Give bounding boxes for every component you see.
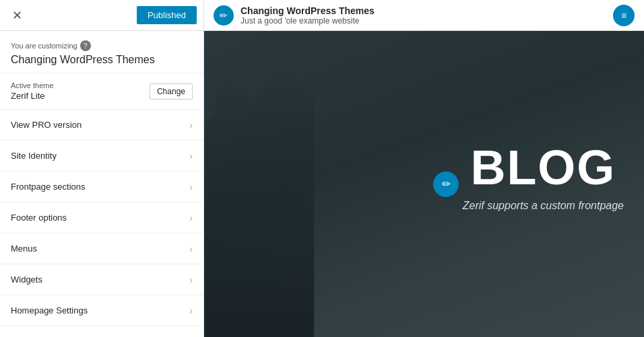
menu-item-label: Widgets — [11, 274, 42, 285]
blog-subtitle: Zerif supports a custom frontpage — [463, 200, 624, 212]
preview-panel: ✏ Changing WordPress Themes Just a good … — [204, 0, 644, 337]
customizer-panel: ✕ Published You are customizing ? Changi… — [0, 0, 204, 337]
theme-section: Active theme Zerif Lite Change — [0, 73, 203, 110]
menu-item-label: Frontpage sections — [11, 182, 86, 192]
chevron-right-icon: › — [189, 305, 193, 316]
menu-item-homepage-settings[interactable]: Homepage Settings › — [0, 295, 203, 326]
menu-item-menus[interactable]: Menus › — [0, 233, 203, 264]
menu-item-label: View PRO version — [11, 120, 82, 130]
menu-item-site-identity[interactable]: Site Identity › — [0, 141, 203, 172]
theme-info: Active theme Zerif Lite — [11, 81, 54, 101]
menu-item-frontpage-sections[interactable]: Frontpage sections › — [0, 172, 203, 202]
theme-name: Zerif Lite — [11, 91, 54, 101]
help-icon[interactable]: ? — [80, 40, 91, 51]
preview-content: ✏ BLOG Zerif supports a custom frontpage — [204, 31, 644, 337]
close-button[interactable]: ✕ — [7, 5, 27, 26]
preview-header: ✏ Changing WordPress Themes Just a good … — [204, 0, 644, 31]
chevron-right-icon: › — [189, 274, 193, 285]
customizing-site-name: Changing WordPress Themes — [11, 54, 193, 66]
pencil-icon: ✏ — [442, 178, 451, 190]
menu-item-label: Homepage Settings — [11, 305, 88, 315]
menu-item-footer-options[interactable]: Footer options › — [0, 202, 203, 233]
menu-item-label: Footer options — [11, 213, 67, 223]
floating-edit-button[interactable]: ✏ — [433, 172, 459, 197]
chevron-right-icon: › — [189, 151, 193, 161]
preview-site-tagline: Just a good 'ole example website — [240, 16, 375, 26]
preview-site-title: Changing WordPress Themes — [240, 5, 375, 16]
customizing-text: You are customizing — [11, 42, 77, 50]
blog-content-block: BLOG Zerif supports a custom frontpage — [463, 143, 644, 225]
customizer-menu-list: View PRO version › Site Identity › Front… — [0, 110, 203, 337]
active-theme-label: Active theme — [11, 81, 54, 89]
chevron-right-icon: › — [189, 244, 193, 254]
change-theme-button[interactable]: Change — [150, 83, 193, 100]
pencil-icon: ✏ — [220, 10, 228, 21]
customizing-info: You are customizing ? Changing WordPress… — [0, 31, 203, 73]
menu-item-widgets[interactable]: Widgets › — [0, 264, 203, 295]
menu-item-label: Menus — [11, 244, 37, 254]
preview-site-info: Changing WordPress Themes Just a good 'o… — [240, 5, 375, 26]
customizer-top-bar: ✕ Published — [0, 0, 203, 31]
chevron-right-icon: › — [189, 213, 193, 223]
menu-item-view-pro[interactable]: View PRO version › — [0, 110, 203, 141]
published-button[interactable]: Published — [137, 6, 197, 24]
chevron-right-icon: › — [189, 182, 193, 192]
preview-menu-button[interactable]: ≡ — [613, 5, 635, 26]
blog-title: BLOG — [463, 143, 624, 192]
chevron-right-icon: › — [189, 120, 193, 130]
menu-item-label: Site Identity — [11, 151, 57, 161]
customizing-label: You are customizing ? — [11, 40, 193, 51]
hamburger-icon: ≡ — [621, 10, 626, 21]
preview-edit-icon[interactable]: ✏ — [214, 5, 234, 26]
